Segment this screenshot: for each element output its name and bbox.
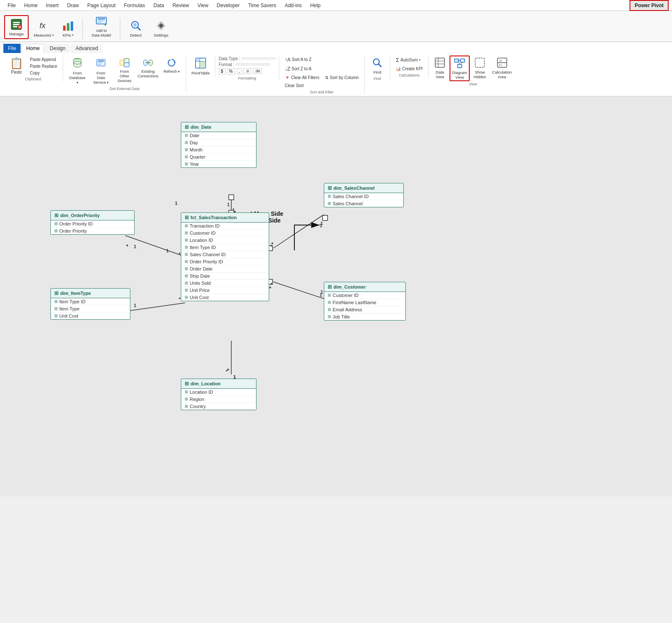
data-view-button[interactable]: DataView [432,56,448,82]
sort-z-to-a-button[interactable]: ↓Z Sort Z to A [283,65,314,73]
menu-power-pivot[interactable]: Power Pivot [630,0,669,11]
paste-replace-button[interactable]: Paste Replace [28,63,59,69]
measures-button[interactable]: fx Measures ▾ [32,18,56,39]
menu-draw[interactable]: Draw [63,1,83,10]
conn-label-sc-star: * [270,244,272,249]
conn-label-cust-1: 1 [320,289,323,294]
add-to-data-model-icon: + [95,15,108,28]
refresh-button[interactable]: Refresh ▾ [161,56,183,75]
currency-button[interactable]: $ [219,68,225,74]
percent-button[interactable]: % [227,68,235,74]
divider-2 [120,18,120,39]
sort-za-label: Sort Z to A [291,66,311,71]
menu-formulas[interactable]: Formulas [120,1,149,10]
from-database-button[interactable]: FromDatabase ▾ [66,56,88,86]
pivottable-button[interactable]: PivotTable [190,56,212,77]
menu-home[interactable]: Home [20,1,42,10]
table-itemtype-header: ⊞ dim_ItemType [51,289,130,298]
menu-data[interactable]: Data [149,1,168,10]
ribbon-group-view: DataView DiagramView [429,56,517,87]
field-item-type: ⊞ Item Type [51,305,130,313]
tab-advanced[interactable]: Advanced [71,44,103,53]
field-icon-year: ⊞ [185,162,188,166]
format-row: Format : [219,62,275,67]
menu-help[interactable]: Help [306,1,325,10]
sort-a-to-z-button[interactable]: ↑A Sort A to Z [283,56,314,64]
table-fct-salestransaction[interactable]: ⊞ fct_SalesTransaction ⊞ Transaction ID … [181,212,269,301]
field-customer-id: ⊞ Customer ID [181,230,269,237]
find-button[interactable]: Find [368,56,386,76]
increase-decimal-button[interactable]: .00 [253,68,262,74]
table-dim-date[interactable]: ⊞ dim_Date ⊞ Date ⊞ Day ⊞ Month ⊞ Quarte… [181,122,257,168]
diagram-view-button[interactable]: DiagramView [450,56,470,82]
svg-rect-23 [98,61,104,61]
divider-1 [82,18,83,39]
from-other-sources-button[interactable]: From OtherSources [114,56,135,85]
comma-button[interactable]: , [237,68,242,74]
table-dim-itemtype[interactable]: ⊞ dim_ItemType ⊞ Item Type ID ⊞ Item Typ… [50,288,130,320]
svg-text:*: * [126,243,129,249]
menu-view[interactable]: View [193,1,213,10]
menu-time-savers[interactable]: Time Savers [244,1,280,10]
paste-append-button[interactable]: Paste Append [28,56,59,63]
pivottable-items: PivotTable [190,56,212,77]
tab-file[interactable]: File [3,44,21,53]
conn-label-date-1: 1 [175,201,177,206]
sort-za-icon: ↓Z [285,66,290,72]
calculation-area-icon: fx Σ= [496,57,508,69]
svg-line-39 [378,64,381,67]
svg-text:Σ=: Σ= [499,64,502,66]
svg-text:fx: fx [500,59,502,62]
copy-button[interactable]: Copy [28,70,59,76]
kpis-dropdown-icon: ▾ [72,33,74,37]
find-label: Find [373,70,381,74]
from-data-service-button[interactable]: From DataService ▾ [90,56,112,86]
table-icon: ⊞ [185,124,189,130]
decrease-decimal-button[interactable]: .0 [243,68,251,74]
power-pivot-ribbon-toolbar: M Manage fx Measures ▾ [0,11,672,42]
settings-button[interactable]: Settings [150,18,172,39]
menu-page-layout[interactable]: Page Layout [83,1,119,10]
table-dim-orderpriority[interactable]: ⊞ dim_OrderPriority ⊞ Order Priority ID … [50,210,135,235]
clear-all-filters-button[interactable]: 🔻 Clear All Filters [283,74,321,81]
sort-by-column-button[interactable]: ⇅ Sort by Column [323,74,361,81]
svg-rect-25 [98,64,101,65]
create-kpi-button[interactable]: 📊 Create KPI [394,65,425,72]
svg-text:1: 1 [227,202,230,207]
menu-add-ins[interactable]: Add-ins [280,1,306,10]
paste-button[interactable]: 📋 Paste [7,56,26,76]
table-dim-customer[interactable]: ⊞ dim_Customer ⊞ Customer ID ⊞ FirstName… [324,282,406,321]
manage-button[interactable]: M Manage [4,15,29,39]
menu-insert[interactable]: Insert [42,1,63,10]
create-kpi-icon: 📊 [396,66,401,71]
field-month: ⊞ Month [181,146,256,154]
existing-connections-button[interactable]: ExistingConnections [137,56,159,80]
svg-line-61 [125,303,185,311]
menu-developer[interactable]: Developer [212,1,244,10]
menu-file[interactable]: File [3,1,20,10]
settings-icon [154,19,168,32]
measures-icon: fx [37,19,50,32]
detect-button[interactable]: Detect [125,18,146,39]
table-dim-location[interactable]: ⊞ dim_Location ⊞ Location ID ⊞ Region ⊞ … [181,379,257,410]
copy-label: Copy [30,71,40,75]
tab-design[interactable]: Design [45,44,70,53]
svg-rect-12 [98,20,103,21]
ribbon-group-pivottable: PivotTable [186,56,215,77]
sort-by-column-icon: ⇅ [325,75,328,80]
calculation-area-button[interactable]: fx Σ= CalculationArea [490,56,514,82]
add-to-data-model-button[interactable]: + Add toData Model [88,13,115,39]
conn-label-it-star: * [179,297,180,302]
show-hidden-button[interactable]: ShowHidden [471,56,488,82]
svg-marker-32 [173,61,175,63]
table-dim-saleschannel[interactable]: ⊞ dim_SalesChannel ⊞ Sales Channel ID ⊞ … [324,183,404,207]
format-label: Format : [219,62,234,67]
field-ship-date: ⊞ Ship Date [181,273,269,280]
kpis-button[interactable]: KPIs ▾ [59,18,77,39]
autosum-button[interactable]: Σ AutoSum ▾ [394,56,425,64]
tab-home[interactable]: Home [21,44,44,53]
from-other-sources-icon [119,57,130,69]
clear-sort-button[interactable]: Clear Sort [283,82,306,89]
svg-rect-7 [63,26,66,31]
menu-review[interactable]: Review [168,1,193,10]
